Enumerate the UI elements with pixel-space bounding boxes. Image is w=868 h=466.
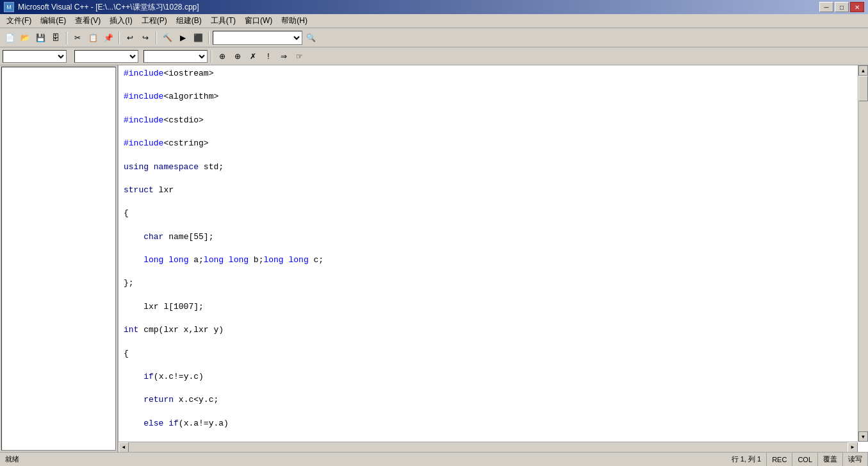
scroll-up-button[interactable]: ▲	[858, 65, 868, 76]
status-text: 就绪	[5, 455, 19, 463]
undo-button[interactable]: ↩	[123, 31, 137, 45]
save-button[interactable]: 💾	[33, 31, 47, 45]
find-button[interactable]: 🔍	[304, 31, 318, 45]
menu-insert[interactable]: 插入(I)	[106, 14, 136, 28]
paste-button[interactable]: 📌	[101, 31, 115, 45]
title-bar-left: M Microsoft Visual C++ - [E:\...\C++\课堂练…	[4, 2, 199, 13]
scroll-left-button[interactable]: ◄	[119, 442, 129, 453]
debug-btn3[interactable]: ✗	[246, 49, 260, 63]
status-readonly: 读写	[843, 453, 868, 466]
separator1	[66, 31, 67, 44]
toolbar2: ⊕ ⊕ ✗ ! ⇒ ☞	[0, 47, 868, 65]
file-dropdown[interactable]	[143, 50, 208, 63]
horizontal-scrollbar[interactable]: ◄ ►	[119, 442, 858, 452]
class-dropdown[interactable]	[3, 50, 67, 63]
debug-btn6[interactable]: ☞	[292, 49, 306, 63]
method-dropdown[interactable]	[74, 50, 138, 63]
menu-tools[interactable]: 工具(T)	[207, 14, 240, 28]
stop-button[interactable]: ⬛	[191, 31, 205, 45]
win-close-button[interactable]: ✕	[850, 2, 864, 12]
title-bar: M Microsoft Visual C++ - [E:\...\C++\课堂练…	[0, 0, 868, 14]
status-col: COL	[792, 453, 818, 466]
open-button[interactable]: 📂	[18, 31, 32, 45]
title-bar-buttons: ─ □ ✕	[819, 2, 864, 12]
main-area: #include<iostream> #include<algorithm> #…	[0, 65, 868, 452]
vertical-scrollbar[interactable]: ▲ ▼	[858, 65, 868, 442]
debug-btn5[interactable]: ⇒	[277, 49, 291, 63]
separator2	[119, 31, 120, 44]
menu-bar: 文件(F) 编辑(E) 查看(V) 插入(I) 工程(P) 组建(B) 工具(T…	[0, 14, 868, 28]
status-overlay: 覆盖	[818, 453, 843, 466]
config-dropdown[interactable]	[213, 31, 302, 45]
separator4	[208, 31, 209, 44]
status-position: 行 1, 列 1	[726, 453, 767, 466]
menu-file[interactable]: 文件(F)	[3, 14, 35, 28]
status-bar: 就绪 行 1, 列 1 REC COL 覆盖 读写	[0, 452, 868, 466]
debug-btn4[interactable]: !	[261, 49, 275, 63]
compile-button[interactable]: 🔨	[160, 31, 174, 45]
code-editor[interactable]: #include<iostream> #include<algorithm> #…	[119, 65, 858, 442]
menu-view[interactable]: 查看(V)	[71, 14, 104, 28]
menu-project[interactable]: 工程(P)	[138, 14, 171, 28]
separator5	[211, 50, 212, 63]
debug-btn1[interactable]: ⊕	[215, 49, 229, 63]
scroll-track	[129, 442, 848, 452]
editor-area: #include<iostream> #include<algorithm> #…	[119, 65, 868, 452]
run-button[interactable]: ▶	[176, 31, 190, 45]
editor-content[interactable]: #include<iostream> #include<algorithm> #…	[119, 65, 868, 452]
scroll-down-button[interactable]: ▼	[858, 431, 868, 442]
separator3	[156, 31, 157, 44]
redo-button[interactable]: ↪	[138, 31, 152, 45]
cut-button[interactable]: ✂	[70, 31, 85, 45]
copy-button[interactable]: 📋	[86, 31, 100, 45]
status-main: 就绪	[0, 454, 726, 464]
menu-help[interactable]: 帮助(H)	[277, 14, 311, 28]
win-minimize-button[interactable]: ─	[819, 2, 833, 12]
menu-build[interactable]: 组建(B)	[172, 14, 206, 28]
menu-window[interactable]: 窗口(W)	[241, 14, 276, 28]
left-panel	[0, 65, 119, 452]
menu-edit[interactable]: 编辑(E)	[37, 14, 70, 28]
save-all-button[interactable]: 🗄	[49, 31, 63, 45]
status-rec: REC	[767, 453, 792, 466]
scrollbar-thumb[interactable]	[858, 76, 868, 101]
toolbar1: 📄 📂 💾 🗄 ✂ 📋 📌 ↩ ↪ 🔨 ▶ ⬛ 🔍	[0, 28, 868, 47]
scroll-right-button[interactable]: ►	[848, 442, 858, 453]
left-panel-content	[1, 67, 116, 451]
new-button[interactable]: 📄	[3, 31, 17, 45]
title-text: Microsoft Visual C++ - [E:\...\C++\课堂练习\…	[18, 2, 199, 13]
debug-btn2[interactable]: ⊕	[231, 49, 245, 63]
win-maximize-button[interactable]: □	[835, 2, 849, 12]
app-icon: M	[4, 2, 14, 12]
